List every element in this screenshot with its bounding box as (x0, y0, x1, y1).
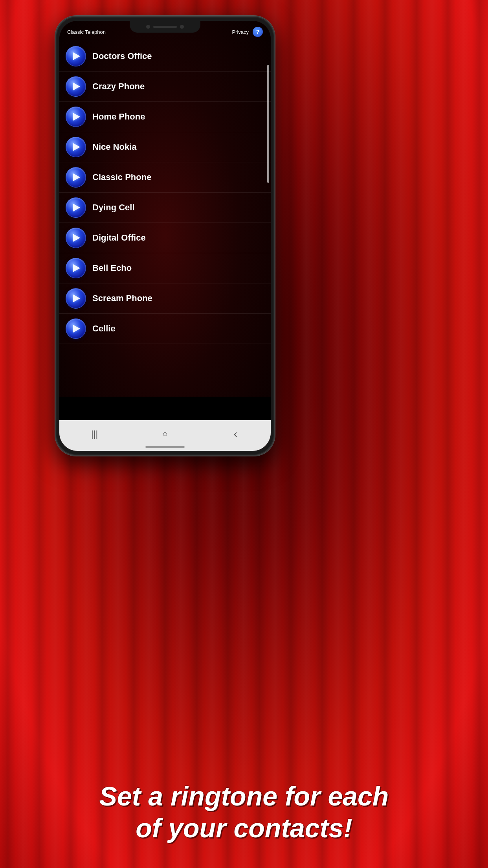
menu-icon[interactable]: ||| (87, 426, 103, 442)
play-button-1[interactable] (66, 46, 86, 66)
list-item[interactable]: Scream Phone (59, 283, 271, 314)
ringtone-name-1: Doctors Office (92, 51, 152, 61)
promo-text-content: Set a ringtone for each of your contacts… (0, 780, 488, 844)
ringtone-name-9: Scream Phone (92, 293, 152, 303)
play-button-6[interactable] (66, 197, 86, 218)
list-item[interactable]: Bell Echo (59, 253, 271, 283)
play-button-3[interactable] (66, 107, 86, 127)
ringtone-name-8: Bell Echo (92, 263, 132, 273)
home-icon[interactable]: ○ (157, 426, 173, 442)
app-title: Classic Telephon (67, 29, 106, 35)
play-icon-1 (73, 52, 80, 60)
status-bar-right: Privacy ? (232, 27, 263, 37)
ringtone-list: Doctors Office Crazy Phone Home Phone (59, 41, 271, 419)
play-button-4[interactable] (66, 137, 86, 157)
ringtone-name-3: Home Phone (92, 112, 145, 122)
play-icon-9 (73, 294, 80, 302)
ringtone-name-10: Cellie (92, 324, 116, 334)
play-icon-5 (73, 173, 80, 181)
list-item[interactable]: Nice Nokia (59, 132, 271, 162)
play-icon-8 (73, 264, 80, 272)
play-icon-4 (73, 143, 80, 151)
play-button-9[interactable] (66, 288, 86, 309)
play-icon-6 (73, 204, 80, 211)
play-icon-10 (73, 325, 80, 333)
list-item[interactable]: Home Phone (59, 102, 271, 132)
play-icon-2 (73, 83, 80, 90)
notch (130, 21, 200, 33)
speaker-bar (153, 26, 177, 28)
play-button-10[interactable] (66, 318, 86, 339)
play-icon-7 (73, 234, 80, 242)
scrollbar[interactable] (267, 65, 269, 183)
help-button[interactable]: ? (253, 27, 263, 37)
list-item[interactable]: Classic Phone (59, 162, 271, 193)
back-icon[interactable]: ‹ (227, 426, 243, 442)
list-item[interactable]: Crazy Phone (59, 72, 271, 102)
ringtone-name-5: Classic Phone (92, 172, 151, 182)
play-button-7[interactable] (66, 228, 86, 248)
camera-dot (146, 25, 150, 29)
phone-screen: Classic Telephon Privacy ? Doctors Offic… (59, 21, 271, 451)
phone-frame: Classic Telephon Privacy ? Doctors Offic… (55, 16, 275, 456)
play-button-2[interactable] (66, 76, 86, 97)
promo-text: Set a ringtone for each of your contacts… (0, 780, 488, 844)
play-icon-3 (73, 113, 80, 121)
list-item[interactable]: Doctors Office (59, 41, 271, 72)
side-button (274, 96, 275, 127)
ringtone-name-7: Digital Office (92, 233, 146, 243)
play-button-8[interactable] (66, 258, 86, 278)
privacy-label[interactable]: Privacy (232, 29, 249, 35)
ringtone-name-2: Crazy Phone (92, 81, 145, 92)
bottom-black (59, 397, 271, 420)
ringtone-name-6: Dying Cell (92, 202, 135, 213)
list-item[interactable]: Cellie (59, 314, 271, 344)
play-button-5[interactable] (66, 167, 86, 188)
list-item[interactable]: Digital Office (59, 223, 271, 253)
ringtone-name-4: Nice Nokia (92, 142, 137, 152)
home-indicator (145, 446, 185, 448)
camera-dot-2 (180, 25, 184, 29)
list-item[interactable]: Dying Cell (59, 193, 271, 223)
